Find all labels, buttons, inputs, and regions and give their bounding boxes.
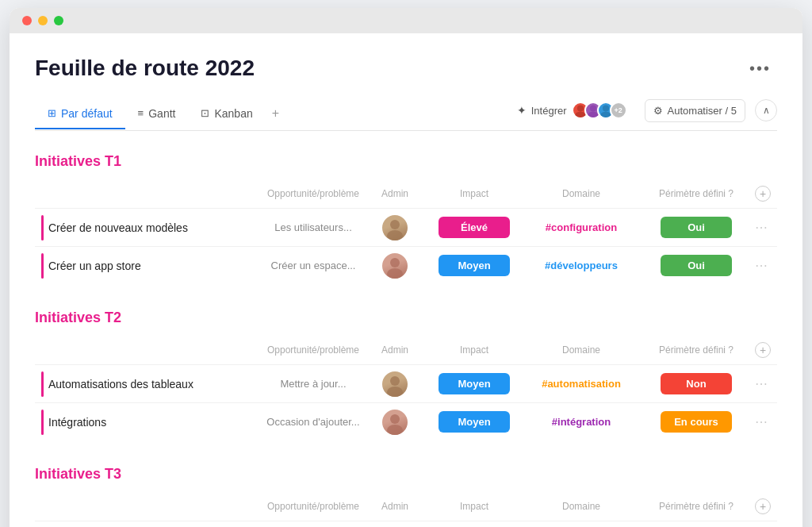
integrate-label: Intégrer — [531, 105, 567, 117]
row-scope: En cours — [641, 411, 752, 433]
kanban-icon: ⊡ — [201, 107, 209, 119]
domain-tag[interactable]: #configuration — [546, 221, 617, 233]
section-title-t1: Initiatives T1 — [35, 153, 121, 170]
dot-red[interactable] — [22, 16, 32, 25]
admin-avatar — [382, 410, 408, 435]
section-t1: Initiatives T1 Opportunité/problème Admi… — [35, 153, 777, 284]
admin-avatar — [382, 371, 408, 397]
tab-kanban[interactable]: ⊡ Kanban — [188, 99, 265, 129]
row-admin — [363, 215, 427, 240]
col-impact-header: Impact — [427, 344, 522, 356]
row-impact: Moyen — [427, 411, 522, 433]
col-domain-header: Domaine — [522, 344, 641, 356]
impact-badge[interactable]: Élevé — [439, 217, 510, 238]
svg-point-8 — [390, 258, 400, 267]
add-tab-button[interactable]: + — [266, 98, 285, 130]
admin-avatar — [382, 253, 408, 279]
integrate-button[interactable]: ✦ Intégrer +2 — [509, 97, 635, 124]
auto-icon: ⚙ — [653, 105, 663, 117]
scope-badge[interactable]: En cours — [661, 411, 732, 433]
row-scope: Oui — [641, 255, 752, 276]
col-impact-header: Impact — [427, 188, 522, 199]
gantt-icon: ≡ — [138, 107, 144, 119]
row-name: Intégrations — [41, 410, 263, 435]
svg-point-2 — [589, 105, 596, 111]
svg-point-10 — [390, 376, 400, 386]
dot-yellow[interactable] — [38, 16, 48, 25]
svg-point-12 — [390, 414, 400, 424]
row-more-icon: ⋯ — [752, 376, 771, 391]
row-name: Automatisations des tableaux — [41, 371, 263, 397]
sections-container: Initiatives T1 Opportunité/problème Admi… — [35, 153, 777, 527]
table-row: Créer de nouveaux modèles Les utilisateu… — [35, 208, 777, 246]
svg-point-6 — [390, 220, 400, 229]
col-domain-header: Domaine — [522, 188, 641, 199]
section-title-t3: Initiatives T3 — [35, 466, 121, 483]
collapse-button[interactable]: ∧ — [755, 99, 777, 121]
col-opp-header: Opportunité/problème — [263, 344, 363, 356]
col-opp-header: Opportunité/problème — [263, 188, 363, 199]
row-more-icon: ⋯ — [752, 258, 771, 273]
toolbar-right: ✦ Intégrer +2 — [509, 97, 777, 130]
svg-point-7 — [387, 230, 403, 240]
add-row-button[interactable]: + — [755, 342, 771, 358]
scope-badge[interactable]: Non — [661, 373, 732, 394]
tab-gantt[interactable]: ≡ Gantt — [125, 99, 189, 129]
row-impact: Moyen — [427, 255, 522, 276]
scope-badge[interactable]: Oui — [661, 255, 732, 276]
admin-avatar — [382, 215, 408, 240]
row-more-icon: ⋯ — [752, 220, 771, 235]
automatiser-button[interactable]: ⚙ Automatiser / 5 — [645, 99, 745, 122]
row-admin — [363, 410, 427, 435]
row-domain: #configuration — [522, 221, 641, 233]
tab-gantt-label: Gantt — [148, 107, 175, 120]
impact-badge[interactable]: Moyen — [439, 411, 510, 433]
row-scope: Non — [641, 373, 752, 394]
section-header-t2: Initiatives T2 — [35, 310, 777, 329]
svg-point-0 — [576, 105, 583, 111]
add-row-button[interactable]: + — [755, 186, 771, 202]
row-name-text: Créer de nouveaux modèles — [48, 221, 188, 234]
row-domain: #intégration — [522, 416, 641, 428]
main-content: Feuille de route 2022 ••• ⊞ Par défaut ≡… — [10, 33, 802, 527]
row-scope: Oui — [641, 217, 752, 238]
impact-badge[interactable]: Moyen — [439, 373, 510, 394]
section-header-t3: Initiatives T3 — [35, 466, 777, 486]
col-admin-header: Admin — [363, 344, 427, 356]
row-opportunity: Mettre à jour... — [263, 378, 363, 390]
svg-point-1 — [575, 112, 585, 118]
domain-tag[interactable]: #automatisation — [542, 378, 621, 390]
col-impact-header: Impact — [427, 501, 522, 512]
dot-green[interactable] — [54, 16, 63, 25]
domain-tag[interactable]: #intégration — [552, 416, 611, 428]
row-admin — [363, 371, 427, 397]
row-domain: #développeurs — [522, 260, 641, 271]
table-row: Créer un app store Créer un espace... Mo… — [35, 246, 777, 284]
row-name-text: Automatisations des tableaux — [48, 378, 193, 390]
row-indicator — [41, 371, 44, 397]
svg-point-4 — [602, 105, 608, 111]
avatar-stack: +2 — [572, 102, 627, 119]
col-domain-header: Domaine — [522, 501, 641, 512]
impact-badge[interactable]: Moyen — [439, 255, 510, 276]
col-scope-header: Périmètre défini ? — [641, 344, 752, 356]
svg-point-11 — [387, 387, 403, 397]
col-admin-header: Admin — [363, 188, 427, 199]
more-menu-button[interactable]: ••• — [743, 56, 777, 81]
col-scope-header: Périmètre défini ? — [641, 501, 752, 512]
scope-badge[interactable]: Oui — [661, 217, 732, 238]
domain-tag[interactable]: #développeurs — [545, 260, 618, 271]
row-opportunity: Créer un espace... — [263, 260, 363, 271]
svg-point-3 — [588, 112, 598, 118]
add-row-button[interactable]: + — [755, 498, 771, 514]
row-indicator — [41, 215, 44, 240]
table-row: Repenser les notifications Boîte de réce… — [35, 521, 777, 527]
row-name: Créer un app store — [41, 253, 263, 279]
tab-par-defaut[interactable]: ⊞ Par défaut — [35, 99, 125, 129]
section-columns-t2: Opportunité/problème Admin Impact Domain… — [35, 339, 777, 364]
section-columns-t1: Opportunité/problème Admin Impact Domain… — [35, 183, 777, 208]
section-columns-t3: Opportunité/problème Admin Impact Domain… — [35, 495, 777, 521]
auto-label: Automatiser / 5 — [668, 105, 737, 117]
section-header-t1: Initiatives T1 — [35, 153, 777, 173]
tab-kanban-label: Kanban — [214, 107, 252, 120]
